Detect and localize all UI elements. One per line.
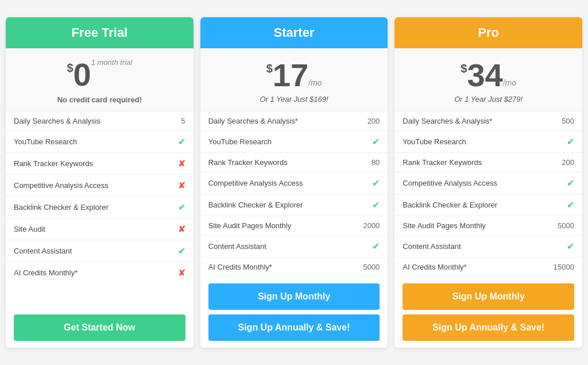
feature-value-free-1: ✔ [168,136,185,147]
cross-icon: ✘ [178,268,185,278]
feature-row-free-3: Competitive Analysis Access✘ [6,175,194,197]
feature-row-free-0: Daily Searches & Analysis5 [6,112,194,131]
feature-row-starter-0: Daily Searches & Analysis*200 [200,112,388,131]
plan-footer-free: Get Started Now [6,308,194,348]
feature-value-starter-3: ✔ [362,178,380,189]
feature-value-free-3: ✘ [168,180,185,191]
feature-label-pro-4: Backlink Checker & Explorer [403,201,552,209]
feature-row-pro-3: Competitive Analysis Access✔ [394,172,582,194]
feature-label-starter-4: Backlink Checker & Explorer [208,201,358,209]
btn-starter-0[interactable]: Sign Up Monthly [208,283,380,310]
feature-label-pro-2: Rank Tracker Keywords [403,158,552,167]
feature-row-starter-5: Site Audit Pages Monthly2000 [200,216,388,236]
price-symbol-starter: $ [266,63,273,74]
feature-value-free-0: 5 [168,117,185,125]
check-icon: ✔ [567,137,574,147]
feature-row-pro-6: Content Assistant✔ [394,236,582,258]
feature-row-starter-1: YouTube Research✔ [200,131,388,153]
check-icon: ✔ [372,178,380,188]
feature-label-free-0: Daily Searches & Analysis [14,117,164,125]
feature-label-free-5: Site Audit [14,225,164,233]
features-list-free: Daily Searches & Analysis5YouTube Resear… [6,112,194,308]
check-icon: ✔ [178,137,185,147]
feature-value-starter-1: ✔ [362,136,380,147]
feature-row-free-2: Rank Tracker Keywords✘ [6,153,194,175]
price-symbol-free: $ [67,62,73,74]
feature-label-pro-7: AI Credits Monthly* [403,263,549,271]
feature-row-starter-4: Backlink Checker & Explorer✔ [200,194,388,216]
price-main-starter: $17/mo [266,59,322,91]
feature-value-starter-6: ✔ [362,241,380,252]
cross-icon: ✘ [178,159,185,168]
feature-row-pro-7: AI Credits Monthly*15000 [394,258,582,276]
feature-row-pro-0: Daily Searches & Analysis*500 [394,112,582,131]
feature-value-pro-3: ✔ [557,178,574,189]
feature-row-pro-4: Backlink Checker & Explorer✔ [394,194,582,216]
feature-value-pro-5: 5000 [557,221,574,230]
check-icon: ✔ [567,241,574,251]
plan-card-starter: Starter$17/moOr 1 Year Just $169!Daily S… [200,17,388,348]
feature-label-starter-6: Content Assistant [208,242,358,251]
price-main-pro: $34/mo [461,59,516,91]
check-icon: ✔ [372,241,380,251]
price-period-starter: /mo [308,79,322,87]
feature-label-free-1: YouTube Research [14,137,164,146]
feature-value-starter-4: ✔ [362,199,380,210]
feature-label-pro-6: Content Assistant [403,242,552,251]
feature-row-starter-2: Rank Tracker Keywords80 [200,153,388,172]
no-cc-free: No credit card required! [57,95,142,104]
price-main-free: $01 month trial [67,59,132,91]
feature-value-free-6: ✔ [168,245,185,256]
plan-price-area-pro: $34/moOr 1 Year Just $279! [394,48,582,112]
price-sub-starter: Or 1 Year Just $169! [260,95,328,103]
check-icon: ✔ [178,202,185,212]
feature-label-starter-7: AI Credits Monthly* [208,263,358,271]
feature-value-pro-6: ✔ [557,241,574,252]
cross-icon: ✘ [178,180,185,190]
check-icon: ✔ [567,200,574,210]
btn-pro-0[interactable]: Sign Up Monthly [403,283,574,310]
feature-row-free-5: Site Audit✘ [6,218,194,240]
plan-card-free: Free Trial$01 month trialNo credit card … [6,17,194,348]
feature-value-pro-1: ✔ [557,136,574,147]
feature-label-pro-1: YouTube Research [403,137,552,146]
feature-row-free-7: AI Credits Monthly*✘ [6,262,194,283]
feature-value-free-2: ✘ [168,158,185,169]
feature-value-pro-2: 200 [557,158,574,167]
price-amount-free: 0 [74,59,91,91]
feature-row-pro-1: YouTube Research✔ [394,131,582,153]
btn-starter-1[interactable]: Sign Up Annually & Save! [208,314,380,341]
plan-header-free: Free Trial [6,17,194,48]
feature-row-starter-6: Content Assistant✔ [200,236,388,258]
feature-row-free-6: Content Assistant✔ [6,240,194,262]
feature-row-pro-5: Site Audit Pages Monthly5000 [394,216,582,236]
feature-label-pro-0: Daily Searches & Analysis* [403,117,552,125]
feature-label-pro-5: Site Audit Pages Monthly [403,221,552,230]
feature-row-starter-3: Competitive Analysis Access✔ [200,172,388,194]
feature-value-free-7: ✘ [168,267,185,278]
price-sub-pro: Or 1 Year Just $279! [454,95,523,103]
feature-label-starter-3: Competitive Analysis Access [208,179,358,187]
feature-value-starter-5: 2000 [362,221,380,230]
btn-pro-1[interactable]: Sign Up Annually & Save! [403,314,574,341]
features-list-starter: Daily Searches & Analysis*200YouTube Res… [200,112,388,276]
btn-free-0[interactable]: Get Started Now [14,314,185,341]
price-period-pro: /mo [503,79,516,87]
price-amount-starter: 17 [273,59,308,91]
plan-price-area-starter: $17/moOr 1 Year Just $169! [200,48,388,112]
feature-value-pro-4: ✔ [557,199,574,210]
plan-card-pro: Pro$34/moOr 1 Year Just $279!Daily Searc… [394,17,582,348]
feature-row-starter-7: AI Credits Monthly*5000 [200,258,388,276]
price-trial-free: 1 month trial [91,59,133,66]
feature-label-starter-1: YouTube Research [208,137,358,146]
feature-label-free-2: Rank Tracker Keywords [14,159,164,168]
feature-label-free-4: Backlink Checker & Explorer [14,203,164,212]
feature-label-free-7: AI Credits Monthly* [14,268,164,277]
check-icon: ✔ [567,178,574,188]
feature-row-free-4: Backlink Checker & Explorer✔ [6,197,194,218]
feature-label-starter-2: Rank Tracker Keywords [208,158,358,167]
feature-value-starter-0: 200 [362,117,380,125]
price-symbol-pro: $ [461,63,467,74]
feature-label-starter-5: Site Audit Pages Monthly [208,221,358,230]
plan-footer-pro: Sign Up MonthlySign Up Annually & Save! [394,276,582,348]
